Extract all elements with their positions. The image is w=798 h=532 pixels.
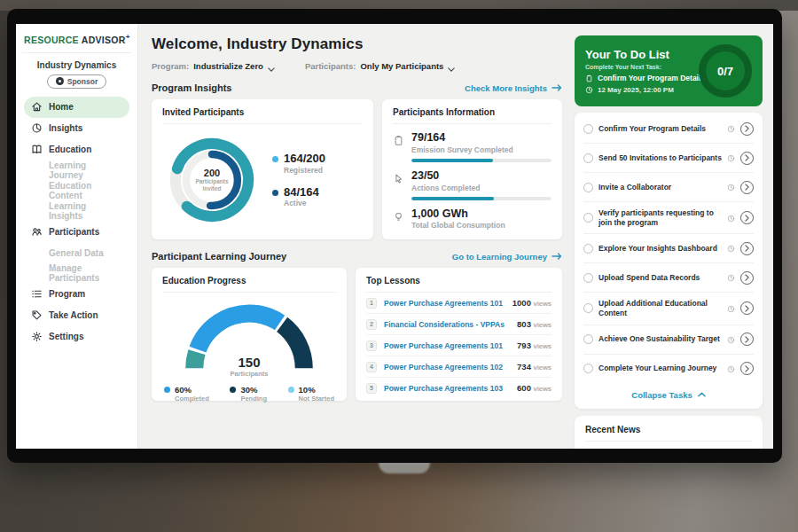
sponsor-badge-label: Sponsor bbox=[67, 77, 98, 86]
sidebar-item-label: Program bbox=[49, 289, 85, 299]
emission-survey-label: Emission Survey Completed bbox=[411, 145, 552, 154]
task-go-button[interactable] bbox=[740, 332, 754, 346]
lesson-link[interactable]: Power Purchase Agreements 101 bbox=[384, 299, 505, 308]
sidebar-item-education-content[interactable]: Education Content bbox=[24, 181, 129, 201]
task-go-button[interactable] bbox=[740, 301, 754, 315]
collapse-tasks-link[interactable]: Collapse Tasks bbox=[583, 383, 754, 405]
arrow-right-icon bbox=[552, 83, 562, 93]
not-started-dot-icon bbox=[288, 387, 294, 393]
task-row: Complete Your Learning Journey bbox=[583, 355, 754, 383]
task-label[interactable]: Confirm Your Program Details bbox=[598, 124, 722, 134]
logo-primary: RESOURCE bbox=[24, 35, 79, 45]
consumption-bulb-icon bbox=[393, 210, 404, 222]
clock-icon bbox=[727, 361, 735, 377]
app-logo: RESOURCE ADVISOR+ bbox=[24, 33, 129, 45]
sidebar-item-education[interactable]: Education bbox=[24, 139, 129, 160]
sidebar-item-label: Education bbox=[49, 145, 91, 154]
filter-bar: Program: Industrialize Zero Participants… bbox=[152, 61, 562, 71]
completed-pct: 60% bbox=[175, 385, 209, 395]
task-label[interactable]: Invite a Collaborator bbox=[598, 183, 722, 192]
actions-progress-track bbox=[411, 197, 552, 200]
task-checkbox[interactable] bbox=[583, 213, 593, 223]
task-go-button[interactable] bbox=[740, 211, 754, 224]
gauge-center-value: 150 bbox=[178, 355, 320, 370]
lesson-link[interactable]: Financial Considerations - VPPAs bbox=[384, 320, 510, 329]
todo-progress-value: 0/7 bbox=[717, 65, 733, 78]
sidebar-item-settings[interactable]: Settings bbox=[24, 326, 129, 348]
task-label[interactable]: Verify participants requesting to join t… bbox=[598, 208, 722, 227]
task-checkbox[interactable] bbox=[583, 303, 593, 313]
todo-subtitle: Complete Your Next Task: bbox=[585, 64, 692, 70]
task-label[interactable]: Complete Your Learning Journey bbox=[598, 364, 722, 373]
clock-icon bbox=[727, 179, 735, 195]
todo-progress-ring: 0/7 bbox=[699, 44, 752, 98]
task-go-button[interactable] bbox=[740, 181, 754, 194]
lesson-link[interactable]: Power Purchase Agreements 101 bbox=[384, 341, 510, 350]
task-checkbox[interactable] bbox=[583, 244, 593, 254]
task-checkbox[interactable] bbox=[583, 153, 593, 163]
check-more-insights-link[interactable]: Check More Insights bbox=[465, 83, 562, 93]
actions-completed-value: 23/50 bbox=[411, 170, 552, 183]
sidebar-item-learning-insights[interactable]: Learning Insights bbox=[24, 201, 129, 222]
go-to-learning-journey-link[interactable]: Go to Learning Journey bbox=[452, 252, 562, 262]
education-progress-card: Education Progress 150 Participants bbox=[152, 268, 347, 401]
task-label[interactable]: Explore Your Insights Dashboard bbox=[598, 244, 722, 254]
task-go-button[interactable] bbox=[740, 271, 754, 285]
active-value: 84/164 bbox=[284, 186, 319, 199]
clock-icon bbox=[727, 210, 735, 226]
lesson-views: 793 bbox=[517, 340, 531, 350]
task-row: Explore Your Insights Dashboard bbox=[583, 234, 754, 263]
sidebar-item-label: Settings bbox=[49, 332, 83, 341]
sidebar-item-take-action[interactable]: Take Action bbox=[24, 305, 129, 326]
clock-icon bbox=[727, 121, 735, 137]
sponsor-badge[interactable]: Sponsor bbox=[47, 74, 106, 89]
sidebar-item-label: General Data bbox=[49, 248, 104, 258]
recent-news-card: Recent News bbox=[575, 416, 763, 450]
sidebar-item-insights[interactable]: Insights bbox=[24, 118, 129, 139]
task-label[interactable]: Send 50 Invitations to Participants bbox=[598, 153, 722, 163]
task-label[interactable]: Upload Spend Data Records bbox=[598, 273, 722, 283]
education-progress-title: Education Progress bbox=[162, 276, 336, 293]
clipboard-icon bbox=[585, 74, 593, 82]
sidebar-item-label: Learning Journey bbox=[49, 160, 122, 180]
legend-registered: 164/200 Registered bbox=[272, 153, 325, 174]
participants-filter[interactable]: Participants: Only My Participants bbox=[305, 61, 456, 71]
chevron-down-icon bbox=[448, 64, 455, 68]
learning-journey-title: Participant Learning Journey bbox=[152, 251, 286, 262]
donut-center-label: Participants Invited bbox=[190, 178, 234, 193]
sidebar-item-manage-participants[interactable]: Manage Participants bbox=[24, 263, 129, 284]
task-go-button[interactable] bbox=[740, 122, 754, 136]
task-checkbox[interactable] bbox=[583, 124, 593, 134]
task-checkbox[interactable] bbox=[583, 183, 593, 192]
task-label[interactable]: Achieve One Sustainability Target bbox=[598, 334, 722, 344]
invited-participants-card: Invited Participants 200 bbox=[152, 99, 373, 239]
active-label: Active bbox=[284, 199, 319, 207]
actions-completed-label: Actions Completed bbox=[411, 184, 552, 192]
lesson-link[interactable]: Power Purchase Agreements 102 bbox=[384, 363, 510, 372]
sidebar-item-participants[interactable]: Participants bbox=[24, 222, 129, 243]
sidebar-item-program[interactable]: Program bbox=[24, 284, 129, 305]
completed-label: Completed bbox=[175, 395, 209, 403]
task-checkbox[interactable] bbox=[583, 273, 593, 283]
invited-participants-title: Invited Participants bbox=[162, 107, 363, 124]
stat-actions-completed: 23/50 Actions Completed bbox=[393, 170, 552, 200]
sidebar-item-label: Education Content bbox=[49, 181, 122, 200]
task-row: Invite a Collaborator bbox=[583, 173, 754, 202]
task-label[interactable]: Upload Additional Educational Content bbox=[598, 299, 722, 317]
actions-hand-icon bbox=[393, 172, 404, 184]
todo-tasks-card: Confirm Your Program Details Send 50 Inv… bbox=[575, 113, 763, 409]
program-filter[interactable]: Program: Industrialize Zero bbox=[152, 61, 275, 71]
lesson-link[interactable]: Power Purchase Agreements 103 bbox=[384, 384, 510, 393]
task-go-button[interactable] bbox=[740, 242, 754, 255]
sidebar: RESOURCE ADVISOR+ Industry Dynamics Spon… bbox=[16, 24, 138, 449]
sidebar-item-general-data[interactable]: General Data bbox=[24, 243, 129, 263]
task-checkbox[interactable] bbox=[583, 334, 593, 344]
task-go-button[interactable] bbox=[740, 152, 754, 165]
sidebar-item-learning-journey[interactable]: Learning Journey bbox=[24, 160, 129, 181]
task-go-button[interactable] bbox=[740, 362, 754, 375]
total-consumption-value: 1,000 GWh bbox=[411, 208, 552, 221]
clock-icon bbox=[727, 240, 735, 256]
sidebar-item-label: Take Action bbox=[49, 310, 98, 320]
sidebar-item-home[interactable]: Home bbox=[24, 97, 129, 118]
task-checkbox[interactable] bbox=[583, 364, 593, 373]
